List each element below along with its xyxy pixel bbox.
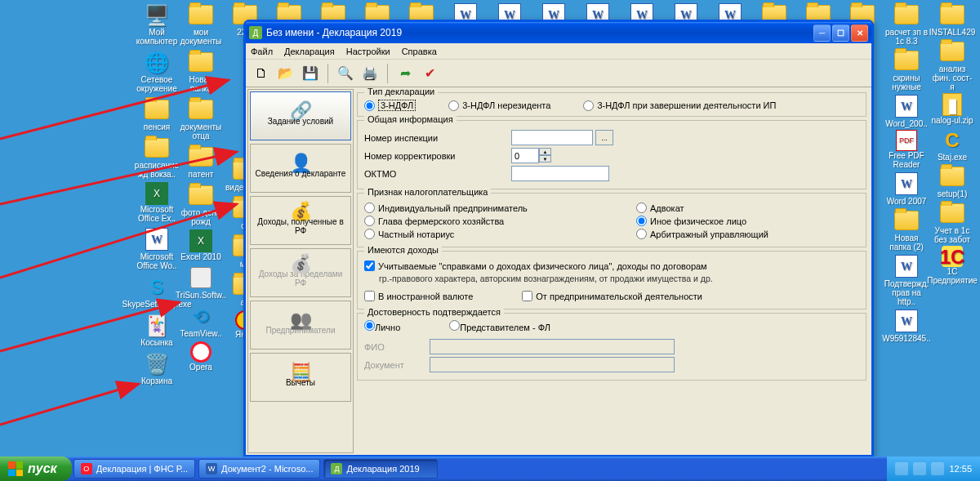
fio-input: [430, 339, 675, 354]
desktop-icon[interactable]: 🗑️Корзина: [136, 350, 178, 385]
sidebar-conditions[interactable]: 🔗Задание условий: [250, 91, 351, 140]
desktop-icon[interactable]: 🌐Сетевое окружение: [136, 49, 178, 93]
minimize-button[interactable]: ─: [813, 24, 831, 42]
radio-ip[interactable]: Индивидуальный предприниматель: [364, 203, 587, 213]
desktop-icon[interactable]: XMicrosoft Office Ex..: [136, 182, 178, 223]
desktop-icon[interactable]: фото день рожд: [180, 182, 222, 226]
print-icon[interactable]: 🖨️: [359, 63, 381, 84]
sidebar-deductions[interactable]: 🧮Вычеты: [250, 353, 351, 402]
desktop-icon[interactable]: SSkypeSetup(1).exe: [136, 274, 178, 309]
desktop-icon[interactable]: анализ фин. сост-я: [931, 38, 973, 91]
menu-settings[interactable]: Настройки: [346, 47, 390, 56]
save-icon[interactable]: 💾: [300, 63, 321, 84]
desktop-icon[interactable]: 🖥️Мой компьютер: [136, 2, 178, 46]
radio-arbitr[interactable]: Арбитражный управляющий: [636, 229, 859, 239]
radio-farmer[interactable]: Глава фермерского хозяйства: [364, 216, 587, 226]
desktop-icon[interactable]: 🃏Косынка: [136, 312, 178, 347]
desktop-icon[interactable]: ⟲TeamView..: [180, 303, 222, 338]
radio-advocate[interactable]: Адвокат: [636, 203, 859, 213]
tray-icon[interactable]: [895, 462, 908, 475]
desktop-icon[interactable]: Учет в 1с без забот: [931, 200, 973, 244]
inspection-input[interactable]: [511, 130, 593, 145]
group-taxpayer-sign: Признак налогоплательщика Индивидуальный…: [357, 193, 866, 247]
desktop-icon[interactable]: Подтвержд. прав на http..: [885, 253, 928, 306]
preview-icon[interactable]: 🔍: [335, 63, 356, 84]
desktop-icon[interactable]: W95912845..: [885, 308, 928, 343]
menu-declaration[interactable]: Декларация: [284, 47, 335, 56]
desktop-icon[interactable]: мои документы: [180, 2, 222, 46]
sidebar-declarant[interactable]: 👤Сведения о декларанте: [250, 144, 351, 193]
task-declaration[interactable]: ДДекларация 2019: [323, 459, 438, 479]
inspection-browse[interactable]: ...: [595, 130, 613, 145]
desktop-icon[interactable]: расчет зп в 1с 8.3: [885, 2, 928, 46]
desktop-icon[interactable]: PDFFree PDF Reader: [885, 130, 928, 169]
radio-self[interactable]: Лично: [364, 320, 400, 332]
tray-icon[interactable]: [913, 462, 926, 475]
menubar: Файл Декларация Настройки Справка: [246, 43, 871, 60]
menu-help[interactable]: Справка: [402, 47, 437, 56]
desktop-icon[interactable]: скрины нужные: [885, 47, 928, 91]
task-word[interactable]: WДокумент2 - Microso...: [198, 459, 320, 479]
check-icon[interactable]: ✔: [419, 63, 440, 84]
sidebar: 🔗Задание условий 👤Сведения о декларанте …: [247, 89, 354, 453]
windows-logo-icon: [8, 461, 23, 476]
desktop-icon[interactable]: 1C1С Предприятие: [931, 246, 973, 285]
radio-3ndfl-nonres[interactable]: 3-НДФЛ нерезидента: [448, 100, 550, 111]
group-income-present: Имеются доходы Учитываемые "справками о …: [357, 251, 866, 310]
close-button[interactable]: ✕: [851, 24, 868, 42]
desktop: 🖥️Мой компьютер 🌐Сетевое окружение пенси…: [0, 0, 980, 457]
desktop-icon[interactable]: документы отца: [180, 96, 222, 140]
tray-icon[interactable]: [931, 462, 944, 475]
group-confirmation: Достоверность подтверждается Лично Предс…: [357, 313, 866, 381]
desktop-icon[interactable]: пенсия: [136, 96, 178, 131]
chk-currency[interactable]: В иностранной валюте: [364, 291, 473, 301]
desktop-icon[interactable]: Word_200..: [885, 93, 928, 128]
group-declaration-type: Тип декларации 3-НДФЛ 3-НДФЛ нерезидента…: [357, 92, 866, 117]
chk-business[interactable]: От предпринимательской деятельности: [522, 291, 702, 301]
desktop-icon[interactable]: XExcel 2010: [180, 229, 222, 261]
radio-notary[interactable]: Частный нотариус: [364, 229, 587, 239]
system-tray: 12:55: [887, 457, 980, 481]
radio-other[interactable]: Иное физическое лицо: [636, 216, 859, 226]
desktop-icon[interactable]: ▮nalog-ul.zip: [931, 93, 973, 125]
desktop-icon[interactable]: патент: [180, 144, 222, 179]
maximize-button[interactable]: ☐: [832, 24, 849, 42]
desktop-icon[interactable]: INSTALL429: [931, 2, 973, 37]
desktop-icon[interactable]: Microsoft Office Wo..: [136, 226, 178, 270]
desktop-icon[interactable]: расписание жд вокза..: [136, 135, 178, 179]
task-browser[interactable]: OДекларация | ФНС Р...: [74, 459, 195, 479]
toolbar: 🗋 📂 💾 🔍 🖨️ ➦ ✔: [246, 60, 871, 87]
window-title: Без имени - Декларация 2019: [266, 27, 812, 38]
export-icon[interactable]: ➦: [394, 63, 416, 84]
desktop-icon[interactable]: Новая папка: [180, 49, 222, 93]
desktop-icon[interactable]: TriSun.Softw..: [180, 265, 222, 300]
desktop-icon[interactable]: Новая папка (2): [885, 207, 928, 252]
svg-line-4: [0, 384, 139, 425]
open-icon[interactable]: 📂: [275, 63, 296, 84]
app-icon: Д: [249, 26, 262, 39]
group-general-info: Общая информация Номер инспекции... Номе…: [357, 120, 866, 189]
desktop-icon[interactable]: CStaj.exe: [931, 127, 973, 162]
desktop-icon[interactable]: Opera: [180, 341, 222, 372]
sidebar-income-foreign[interactable]: 💰Доходы за пределами РФ: [250, 248, 351, 297]
chk-spravki[interactable]: Учитываемые "справками о доходах физичес…: [364, 261, 859, 271]
app-window: Д Без имени - Декларация 2019 ─ ☐ ✕ Файл…: [243, 20, 874, 457]
sidebar-income-rf[interactable]: 💰Доходы, полученные в РФ: [250, 196, 351, 245]
menu-file[interactable]: Файл: [251, 47, 273, 56]
oktmo-input[interactable]: [511, 166, 609, 181]
correction-spinner[interactable]: ▲▼: [511, 148, 551, 163]
desktop-icon[interactable]: setup(1): [931, 163, 973, 198]
doc-input: [430, 357, 675, 372]
form-area: Тип декларации 3-НДФЛ 3-НДФЛ нерезидента…: [355, 87, 871, 455]
radio-3ndfl-ip[interactable]: 3-НДФЛ при завершении деятельности ИП: [583, 100, 776, 111]
start-button[interactable]: пуск: [0, 457, 72, 481]
titlebar[interactable]: Д Без имени - Декларация 2019 ─ ☐ ✕: [246, 22, 871, 43]
taskbar: пуск OДекларация | ФНС Р... WДокумент2 -…: [0, 457, 980, 481]
radio-3ndfl[interactable]: 3-НДФЛ: [364, 100, 416, 111]
clock[interactable]: 12:55: [949, 464, 972, 474]
desktop-icon[interactable]: Word 2007: [885, 171, 928, 206]
new-icon[interactable]: 🗋: [251, 63, 272, 84]
sidebar-entrepreneurs[interactable]: 👥Предприниматели: [250, 301, 351, 350]
radio-rep[interactable]: Представителем - ФЛ: [449, 320, 550, 332]
